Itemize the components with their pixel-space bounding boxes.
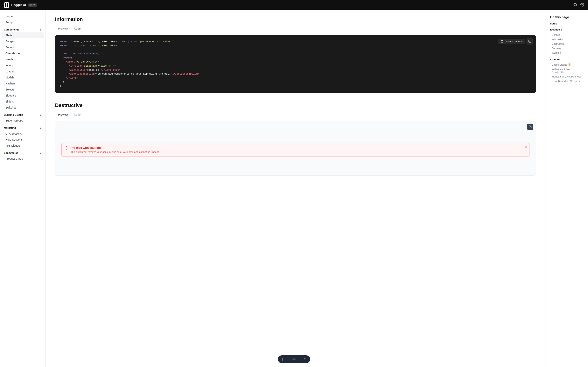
right-link-success[interactable]: Success bbox=[550, 46, 583, 50]
information-title: Information bbox=[55, 16, 536, 22]
header-right bbox=[573, 3, 584, 8]
toolbar-list-button[interactable] bbox=[302, 357, 307, 362]
chevron-up-icon-4: ▲ bbox=[39, 152, 42, 154]
right-sidebar: On this page Setup Examples Default Info… bbox=[545, 10, 588, 367]
toolbar-eye-button[interactable] bbox=[291, 357, 297, 362]
on-this-page-title: On this page bbox=[550, 16, 583, 19]
right-section-setup-title: Setup bbox=[550, 22, 583, 25]
code-block-header: Open on Github bbox=[498, 38, 533, 44]
sidebar-item-cta-sections[interactable]: CTA Sections bbox=[1, 131, 44, 136]
alert-destructive-description: This action will remove your account and… bbox=[70, 150, 526, 154]
right-link-transparent[interactable]: Transparent, Not Rounded bbox=[550, 74, 583, 79]
copy-code-button-information[interactable] bbox=[527, 38, 533, 44]
alert-destructive: Proceed with caution! This action will r… bbox=[61, 143, 529, 157]
svg-rect-2 bbox=[7, 5, 8, 7]
settings-icon[interactable] bbox=[580, 3, 584, 8]
sidebar-item-sliders[interactable]: Sliders bbox=[1, 99, 44, 104]
right-link-extra-rounded[interactable]: Extra Rounded, No Border bbox=[550, 79, 583, 83]
sidebar-item-badges[interactable]: Badges bbox=[1, 38, 44, 44]
github-icon[interactable] bbox=[573, 3, 577, 8]
svg-line-8 bbox=[66, 147, 68, 149]
top-header: Bagger UI BETA bbox=[0, 0, 588, 10]
logo-icon bbox=[4, 2, 9, 8]
sidebar-item-loading[interactable]: Loading bbox=[1, 68, 44, 74]
toolbar-divider-2 bbox=[299, 357, 299, 361]
tab-preview-information[interactable]: Preview bbox=[55, 25, 71, 32]
preview-container-destructive: Proceed with caution! This action will r… bbox=[55, 121, 536, 175]
destructive-title: Destructive bbox=[55, 102, 536, 108]
sidebar-item-inputs[interactable]: Inputs bbox=[1, 63, 44, 68]
open-github-label: Open on Github bbox=[505, 40, 522, 43]
information-tab-bar: Preview Code bbox=[55, 25, 536, 32]
right-sidebar-combos: Combos Chef's Choice 🏆 With Accent, Not … bbox=[550, 58, 583, 83]
alert-destructive-close-button[interactable]: ✕ bbox=[524, 145, 527, 149]
main-content: Information Preview Code Open on Github bbox=[46, 10, 545, 367]
sidebar-item-alerts[interactable]: Alerts bbox=[1, 33, 44, 38]
open-github-button[interactable]: Open on Github bbox=[498, 39, 525, 44]
alert-destructive-icon bbox=[65, 146, 68, 151]
toolbar-divider-1 bbox=[289, 357, 289, 361]
svg-rect-0 bbox=[5, 3, 6, 5]
sidebar-section-components[interactable]: Components ▲ bbox=[0, 25, 45, 32]
sidebar-item-checkboxes[interactable]: Checkboxes bbox=[1, 50, 44, 56]
information-section: Information Preview Code Open on Github bbox=[55, 16, 536, 93]
right-link-default[interactable]: Default bbox=[550, 33, 583, 37]
sidebar-item-buttons[interactable]: Buttons bbox=[1, 44, 44, 50]
sidebar-section-ecommerce[interactable]: Ecommerce ▲ bbox=[0, 149, 45, 156]
sidebar-item-navbars[interactable]: Navbars bbox=[1, 81, 44, 86]
svg-rect-6 bbox=[530, 126, 531, 128]
sidebar-item-button-groups[interactable]: Button Groups bbox=[1, 118, 44, 124]
bottom-toolbar bbox=[278, 355, 310, 363]
sidebar-item-product-cards[interactable]: Product Cards bbox=[1, 156, 44, 162]
app-title: Bagger UI bbox=[11, 3, 26, 7]
copy-preview-button-destructive[interactable] bbox=[527, 124, 533, 130]
right-link-warning[interactable]: Warning bbox=[550, 50, 583, 55]
sidebar-item-switches[interactable]: Switches bbox=[1, 105, 44, 110]
chevron-up-icon: ▲ bbox=[39, 29, 42, 31]
right-link-chefs-choice[interactable]: Chef's Choice 🏆 bbox=[550, 63, 583, 67]
sidebar-item-modals[interactable]: Modals bbox=[1, 75, 44, 80]
right-link-with-accent[interactable]: With Accent, Not Dismissible bbox=[550, 67, 583, 74]
chevron-up-icon-2: ▲ bbox=[39, 114, 42, 116]
sidebar-item-hero-sections[interactable]: Hero Sections bbox=[1, 137, 44, 142]
svg-point-4 bbox=[582, 4, 583, 5]
beta-badge: BETA bbox=[28, 3, 37, 7]
chevron-up-icon-3: ▲ bbox=[39, 127, 42, 129]
toolbar-comment-button[interactable] bbox=[281, 357, 286, 362]
right-sidebar-setup: Setup bbox=[550, 22, 583, 25]
sidebar-item-kpi-widgets[interactable]: KPI Widgets bbox=[1, 143, 44, 149]
right-link-destructive[interactable]: Destructive bbox=[550, 42, 583, 46]
tab-code-destructive[interactable]: Code bbox=[71, 111, 84, 118]
svg-point-9 bbox=[294, 359, 294, 360]
sidebar-item-headers[interactable]: Headers bbox=[1, 57, 44, 62]
alert-destructive-title: Proceed with caution! bbox=[70, 146, 526, 149]
layout: Home Setup Components ▲ Alerts Badges Bu… bbox=[0, 10, 588, 367]
destructive-tab-bar: Preview Code bbox=[55, 111, 536, 118]
sidebar-item-selects[interactable]: Selects bbox=[1, 87, 44, 92]
svg-rect-3 bbox=[5, 5, 6, 7]
svg-rect-5 bbox=[529, 41, 531, 42]
right-section-combos-title: Combos bbox=[550, 58, 583, 61]
right-sidebar-examples: Examples Default Information Destructive… bbox=[550, 28, 583, 55]
code-content-information: import { Alert, AlertTitle, AlertDescrip… bbox=[60, 40, 531, 88]
alert-destructive-body: Proceed with caution! This action will r… bbox=[70, 146, 526, 154]
sidebar-item-sidebars[interactable]: Sidebars bbox=[1, 93, 44, 99]
left-sidebar: Home Setup Components ▲ Alerts Badges Bu… bbox=[0, 10, 46, 367]
sidebar-section-marketing[interactable]: Marketing ▲ bbox=[0, 124, 45, 131]
code-block-information: Open on Github import { Alert, AlertTitl… bbox=[55, 35, 536, 93]
svg-rect-1 bbox=[7, 3, 8, 5]
tab-code-information[interactable]: Code bbox=[71, 25, 84, 32]
sidebar-item-home[interactable]: Home bbox=[1, 13, 44, 19]
right-link-information[interactable]: Information bbox=[550, 37, 583, 42]
sidebar-item-setup[interactable]: Setup bbox=[1, 19, 44, 25]
destructive-section: Destructive Preview Code bbox=[55, 102, 536, 175]
header-left: Bagger UI BETA bbox=[4, 2, 37, 8]
right-section-examples-title: Examples bbox=[550, 28, 583, 31]
sidebar-section-building-blocks[interactable]: Building Blocks ▲ bbox=[0, 111, 45, 117]
tab-preview-destructive[interactable]: Preview bbox=[55, 111, 71, 118]
